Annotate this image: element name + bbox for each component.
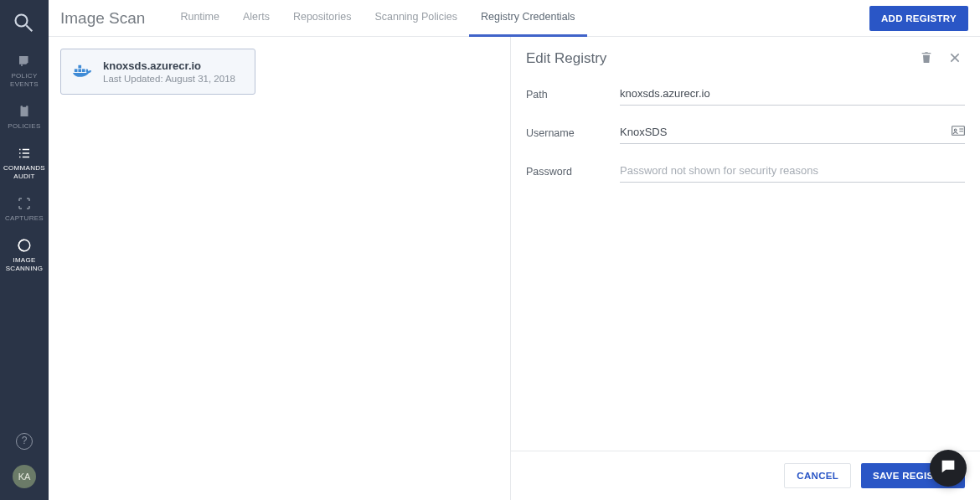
delete-registry-button[interactable] [916, 49, 936, 69]
path-input[interactable] [620, 84, 965, 106]
tab-alerts[interactable]: Alerts [231, 0, 281, 37]
sidebar-item-image-scanning[interactable]: IMAGE SCANNING [0, 231, 49, 281]
sidebar-item-label: POLICIES [8, 122, 40, 130]
sidebar: POLICY EVENTS POLICIES COMMANDS AUDIT CA… [0, 0, 49, 500]
chat-icon [939, 457, 957, 479]
page-title: Image Scan [60, 9, 145, 28]
svg-rect-4 [78, 69, 81, 72]
svg-rect-1 [23, 105, 27, 107]
svg-point-8 [954, 129, 957, 131]
svg-rect-7 [952, 126, 965, 136]
tab-repositories[interactable]: Repositories [281, 0, 363, 37]
app-logo [13, 12, 36, 35]
password-input[interactable] [620, 161, 965, 183]
registry-updated: Last Updated: August 31, 2018 [103, 74, 245, 84]
sidebar-item-policy-events[interactable]: POLICY EVENTS [0, 47, 49, 97]
trash-icon [920, 51, 933, 67]
tab-scanning-policies[interactable]: Scanning Policies [363, 0, 469, 37]
edit-registry-pane: Edit Registry Path [511, 37, 980, 500]
password-label: Password [526, 166, 620, 178]
registry-list-pane: knoxsds.azurecr.io Last Updated: August … [49, 37, 511, 500]
sidebar-item-label: IMAGE SCANNING [6, 256, 44, 272]
help-button[interactable]: ? [16, 433, 33, 450]
close-icon [948, 51, 962, 67]
tab-runtime[interactable]: Runtime [168, 0, 231, 37]
sidebar-item-label: POLICY EVENTS [10, 72, 39, 88]
sidebar-item-commands-audit[interactable]: COMMANDS AUDIT [0, 139, 49, 189]
contact-card-icon[interactable] [952, 124, 965, 136]
tabs: Runtime Alerts Repositories Scanning Pol… [168, 0, 586, 37]
svg-rect-5 [82, 69, 85, 72]
cancel-button[interactable]: CANCEL [784, 463, 851, 488]
page: Image Scan Runtime Alerts Repositories S… [49, 0, 980, 500]
path-label: Path [526, 89, 620, 101]
registry-name: knoxsds.azurecr.io [103, 59, 245, 72]
docker-icon [73, 63, 91, 78]
chat-fab[interactable] [930, 450, 967, 487]
sidebar-item-policies[interactable]: POLICIES [0, 97, 49, 139]
sidebar-item-label: COMMANDS AUDIT [3, 164, 45, 180]
close-panel-button[interactable] [945, 49, 965, 69]
edit-footer: CANCEL SAVE REGISTRY [511, 451, 980, 500]
tab-registry-credentials[interactable]: Registry Credentials [469, 0, 587, 37]
registry-card[interactable]: knoxsds.azurecr.io Last Updated: August … [60, 49, 255, 95]
username-label: Username [526, 127, 620, 139]
svg-rect-3 [75, 69, 78, 72]
sidebar-item-captures[interactable]: CAPTURES [0, 189, 49, 231]
svg-rect-6 [78, 65, 81, 69]
add-registry-button[interactable]: ADD REGISTRY [869, 6, 968, 31]
user-avatar[interactable]: KA [13, 465, 36, 488]
edit-heading: Edit Registry [526, 50, 908, 67]
topbar: Image Scan Runtime Alerts Repositories S… [49, 0, 980, 37]
username-input[interactable] [620, 122, 965, 144]
svg-point-0 [16, 15, 28, 27]
sidebar-item-label: CAPTURES [5, 214, 44, 222]
